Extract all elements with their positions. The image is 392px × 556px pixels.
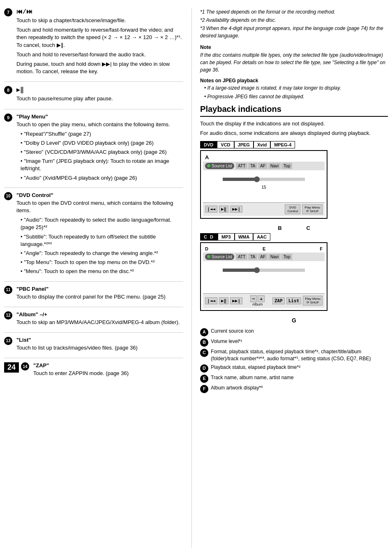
tab-wma[interactable]: WMA bbox=[235, 233, 254, 241]
cd-top-btn[interactable]: Top bbox=[281, 254, 292, 260]
dvd-source-btn[interactable]: Source List bbox=[205, 163, 234, 169]
legend-c-text: Format, playback status, elapsed playbac… bbox=[211, 348, 388, 362]
circle-13: 13 bbox=[4, 337, 12, 345]
legend-circle-a: A bbox=[200, 328, 208, 336]
album-label: Album bbox=[252, 302, 263, 306]
cd-play-pause-btn[interactable]: ▶‖ bbox=[219, 297, 228, 304]
legend-a-text: Current source icon bbox=[211, 328, 254, 336]
dvd-display-inner: A Source List ATT TA AF Navi Top bbox=[201, 151, 327, 218]
tab-jpeg[interactable]: JPEG bbox=[234, 141, 254, 148]
cd-play-menu-btn[interactable]: Play Menu ⟳ SHUF bbox=[303, 296, 323, 306]
album-control: – + Album bbox=[250, 295, 265, 306]
section-8-title: ▶‖ bbox=[16, 86, 183, 94]
dvd-control-btn[interactable]: DVD Control bbox=[285, 204, 300, 214]
section-12: 12 "Album" –/+ Touch to skip an MP3/WMA/… bbox=[4, 311, 183, 333]
section-num-10: 10 bbox=[4, 192, 16, 277]
legend-circle-e: E bbox=[200, 375, 208, 383]
cd-zap-btn[interactable]: ZAP bbox=[272, 297, 285, 304]
section-7: 7 ⏮/⏭ Touch to skip a chapter/track/scen… bbox=[4, 8, 183, 82]
play-menu-label: Play Menu bbox=[304, 206, 320, 209]
section-7-p2: Touch and hold momentarily to reverse/fa… bbox=[16, 26, 183, 49]
dvd-timeline-handle[interactable] bbox=[254, 176, 260, 182]
cd-next-btn[interactable]: ▶▶| bbox=[230, 297, 242, 304]
cd-timeline[interactable] bbox=[223, 269, 305, 272]
source-label: Source List bbox=[212, 164, 232, 168]
tab-cd[interactable]: C D bbox=[200, 233, 218, 241]
section-14-p1: Touch to enter ZAPPIN mode. (page 36) bbox=[33, 370, 183, 377]
dvd-play-pause-btn[interactable]: ▶‖ bbox=[219, 206, 228, 213]
dvd-top-btn[interactable]: Top bbox=[281, 163, 292, 169]
section-13-content: "List" Touch to list up tracks/images/vi… bbox=[16, 337, 183, 354]
legend-e-text: Track name, album name, artist name bbox=[211, 374, 294, 383]
cd-navi-btn[interactable]: Navi bbox=[268, 254, 281, 260]
label-g: G bbox=[200, 317, 388, 324]
section-7-title: ⏮/⏭ bbox=[16, 8, 183, 16]
dvd-timeline[interactable] bbox=[223, 178, 305, 181]
cd-att-btn[interactable]: ATT bbox=[236, 254, 247, 260]
legend-f-text: Album artwork display*⁶ bbox=[211, 385, 263, 393]
footnote-2: *2 Availability depends on the disc. bbox=[200, 16, 388, 24]
dvd-prev-btn[interactable]: |◄◄ bbox=[205, 206, 217, 213]
cd-list-btn[interactable]: List bbox=[286, 297, 302, 304]
cd-source-btn[interactable]: Source List bbox=[205, 254, 234, 260]
dvd-center: 15 bbox=[203, 178, 325, 202]
tab-mp3[interactable]: MP3 bbox=[218, 233, 235, 241]
jpeg-bullet-2: Progressive JPEG files cannot be display… bbox=[204, 93, 388, 100]
legend-circle-c: C bbox=[200, 349, 208, 357]
dvd-ta-btn[interactable]: TA bbox=[248, 163, 257, 169]
dvd-tabs: DVD VCD JPEG Xvid MPEG-4 bbox=[200, 141, 388, 148]
section-13-body: Touch to list up tracks/images/video fil… bbox=[16, 344, 183, 352]
cd-ctrl-group-left: |◄◄ ▶‖ ▶▶| bbox=[205, 297, 242, 304]
section-11-body: Touch to display the control panel for t… bbox=[16, 293, 183, 301]
section-7-p3: Touch and hold to reverse/fast-forward t… bbox=[16, 51, 183, 58]
note-title: Note bbox=[200, 44, 388, 50]
bullet-10-4: "Top Menu": Touch to open the top menu o… bbox=[21, 259, 183, 266]
circle-12: 12 bbox=[4, 311, 12, 320]
label-c: C bbox=[307, 225, 310, 231]
cd-timeline-handle[interactable] bbox=[254, 267, 260, 273]
bullet-9-4: "Image Turn" (JPEG playback only): Touch… bbox=[21, 158, 183, 172]
label-b: B bbox=[278, 225, 281, 231]
section-8-body: Touch to pause/resume play after pause. bbox=[16, 95, 183, 102]
jpeg-note-bullets: If a large-sized image is rotated, it ma… bbox=[204, 85, 388, 100]
tab-aac[interactable]: AAC bbox=[253, 233, 270, 241]
dvd-bottom-controls: |◄◄ ▶‖ ▶▶| DVD Control Play Menu ⟳ SH bbox=[203, 202, 325, 216]
dvd-display-box: A Source List ATT TA AF Navi Top bbox=[200, 150, 327, 219]
legend-e: E Track name, album name, artist name bbox=[200, 374, 388, 383]
section-8: 8 ▶‖ Touch to pause/resume play after pa… bbox=[4, 86, 183, 109]
page-number: 24 bbox=[4, 362, 19, 373]
tab-xvid[interactable]: Xvid bbox=[254, 141, 270, 148]
cd-ta-btn[interactable]: TA bbox=[248, 254, 257, 260]
cd-tabs: C D MP3 WMA AAC bbox=[200, 233, 388, 241]
dvd-af-btn[interactable]: AF bbox=[258, 163, 267, 169]
bullet-10-3: "Angle": Touch repeatedly to change the … bbox=[21, 250, 183, 257]
cd-prev-btn[interactable]: |◄◄ bbox=[205, 297, 217, 304]
section-num-12: 12 bbox=[4, 311, 16, 328]
legend-a: A Current source icon bbox=[200, 328, 388, 336]
cd-timeline-fill bbox=[223, 269, 256, 272]
cd-top-bar: Source List ATT TA AF Navi Top bbox=[203, 253, 325, 261]
dvd-att-btn[interactable]: ATT bbox=[236, 163, 247, 169]
tab-vcd[interactable]: VCD bbox=[217, 141, 234, 148]
section-num-8: 8 bbox=[4, 86, 16, 104]
dvd-play-menu-btn[interactable]: Play Menu ⟳ SHUF bbox=[302, 204, 323, 214]
cd-display-box: D E F Source List ATT TA bbox=[200, 242, 327, 311]
cd-af-btn[interactable]: AF bbox=[258, 254, 267, 260]
section-9-body: Touch to open the play menu, which conta… bbox=[16, 121, 183, 182]
cd-plus-btn[interactable]: + bbox=[258, 295, 265, 302]
section-14-title: "ZAP" bbox=[33, 362, 183, 368]
tab-mpeg4[interactable]: MPEG-4 bbox=[270, 141, 295, 148]
legend-d-text: Playback status, elapsed playback time*² bbox=[211, 364, 300, 373]
section-9-intro: Touch to open the play menu, which conta… bbox=[16, 121, 183, 128]
tab-dvd[interactable]: DVD bbox=[200, 141, 217, 148]
dvd-navi-btn[interactable]: Navi bbox=[268, 163, 281, 169]
dvd-next-btn[interactable]: ▶▶| bbox=[230, 206, 242, 213]
label-f-display: F bbox=[320, 246, 323, 251]
section-12-content: "Album" –/+ Touch to skip an MP3/WMA/AAC… bbox=[16, 311, 183, 328]
section-9-content: "Play Menu" Touch to open the play menu,… bbox=[16, 114, 183, 183]
legend-c: C Format, playback status, elapsed playb… bbox=[200, 348, 388, 362]
section-8-content: ▶‖ Touch to pause/resume play after paus… bbox=[16, 86, 183, 104]
section-7-p1: Touch to skip a chapter/track/scene/imag… bbox=[16, 17, 183, 24]
cd-minus-btn[interactable]: – bbox=[250, 295, 257, 302]
legend-f: F Album artwork display*⁶ bbox=[200, 385, 388, 393]
